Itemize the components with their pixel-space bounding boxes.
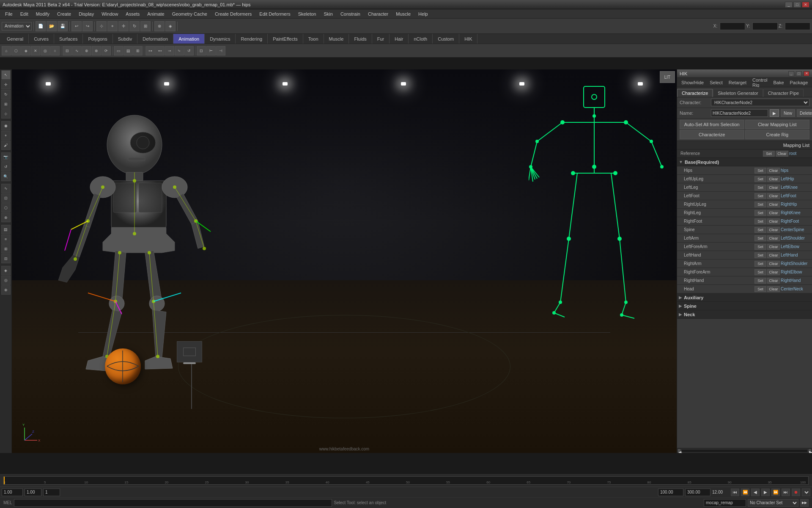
right-fore-arm-clear-btn[interactable]: Clear bbox=[767, 269, 780, 275]
lasso-tool[interactable]: ⌖ bbox=[1, 131, 11, 140]
tab-curves[interactable]: Curves bbox=[29, 34, 54, 44]
auto-set-all-btn[interactable]: Auto-Set All from Selection bbox=[680, 120, 744, 129]
menu-window[interactable]: Window bbox=[98, 11, 121, 17]
node-editor[interactable]: ⊕ bbox=[1, 285, 11, 295]
constraint-icon[interactable]: ⊡ bbox=[197, 46, 206, 55]
ghost-icon[interactable]: ◎ bbox=[41, 46, 50, 55]
dope-sheet-icon[interactable]: ⊟ bbox=[63, 46, 72, 55]
head-set-btn[interactable]: Set bbox=[754, 286, 766, 292]
menu-edit-def[interactable]: Edit Deformers bbox=[256, 11, 294, 17]
frame-input[interactable] bbox=[43, 489, 60, 496]
head-clear-btn[interactable]: Clear bbox=[767, 286, 780, 292]
delete-btn[interactable]: Delete bbox=[797, 109, 812, 117]
menu-create-def[interactable]: Create Deformers bbox=[211, 11, 255, 17]
hik-menu-bake[interactable]: Bake bbox=[771, 79, 786, 86]
corner-button[interactable]: LIT bbox=[660, 71, 675, 83]
select-btn[interactable]: ⊹ bbox=[96, 21, 107, 31]
retarget-icon[interactable]: ⊣ bbox=[216, 46, 225, 55]
create-rig-btn[interactable]: Create Rig bbox=[745, 130, 810, 139]
base-required-section[interactable]: ▼ Base(Required) bbox=[677, 158, 812, 166]
name-input[interactable] bbox=[711, 109, 768, 117]
key-all-icon[interactable]: ⬡ bbox=[11, 46, 21, 55]
move-tool[interactable]: ✛ bbox=[1, 80, 11, 89]
tab-surfaces[interactable]: Surfaces bbox=[54, 34, 83, 44]
motion-paths-icon[interactable]: ⟳ bbox=[102, 46, 111, 55]
next-key-btn[interactable]: ⏩ bbox=[771, 489, 780, 496]
spine-set-btn[interactable]: Set bbox=[754, 227, 766, 233]
tab-subdiv[interactable]: Subdiv bbox=[113, 34, 138, 44]
record-btn[interactable]: ⏺ bbox=[792, 489, 800, 496]
fk-icon[interactable]: ⊷ bbox=[155, 46, 165, 55]
right-fore-arm-set-btn[interactable]: Set bbox=[754, 269, 766, 275]
tab-custom[interactable]: Custom bbox=[433, 34, 459, 44]
left-foot-clear-btn[interactable]: Clear bbox=[767, 193, 780, 199]
tab-hair[interactable]: Hair bbox=[390, 34, 409, 44]
expression-editor-icon[interactable]: ⊗ bbox=[92, 46, 101, 55]
hik-bottom-scrollbar[interactable]: ◀ ▶ bbox=[677, 448, 812, 453]
x-input[interactable] bbox=[720, 22, 745, 30]
step-forward-btn[interactable]: ▶ bbox=[761, 489, 770, 496]
characterize-btn[interactable]: Characterize bbox=[680, 130, 744, 139]
breakdown-icon[interactable]: ◈ bbox=[21, 46, 30, 55]
timeline-track[interactable]: 1 5 10 15 20 25 30 35 40 45 50 55 60 65 … bbox=[3, 476, 809, 485]
go-end-btn[interactable]: ⏭ bbox=[782, 489, 790, 496]
keyframe-icon[interactable]: ⌂ bbox=[2, 46, 11, 55]
new-btn[interactable]: New bbox=[781, 109, 795, 117]
blend-shapes-icon[interactable]: ⊕ bbox=[82, 46, 91, 55]
menu-constrain[interactable]: Constrain bbox=[337, 11, 364, 17]
tab-fluids[interactable]: Fluids bbox=[349, 34, 372, 44]
drive-key-icon[interactable]: ⊸ bbox=[165, 46, 174, 55]
range-end-input[interactable] bbox=[658, 489, 683, 496]
right-up-leg-clear-btn[interactable]: Clear bbox=[767, 202, 780, 207]
tab-rendering[interactable]: Rendering bbox=[236, 34, 268, 44]
layer-editor[interactable]: ▤ bbox=[1, 225, 11, 234]
curve-tool[interactable]: ∿ bbox=[1, 184, 11, 193]
animation-mode-dropdown[interactable]: Animation bbox=[2, 22, 32, 30]
hypershade[interactable]: ◎ bbox=[1, 276, 11, 285]
delete-key-icon[interactable]: ✕ bbox=[31, 46, 40, 55]
scale-btn[interactable]: ⊞ bbox=[140, 21, 151, 31]
menu-modify[interactable]: Modify bbox=[33, 11, 53, 17]
paint-weights[interactable]: 🖌 bbox=[1, 141, 11, 150]
current-frame-display[interactable] bbox=[25, 489, 41, 496]
history-btn[interactable]: ⊗ bbox=[154, 21, 165, 31]
left-arm-set-btn[interactable]: Set bbox=[754, 235, 766, 241]
scroll-left-btn[interactable]: ◀ bbox=[678, 449, 680, 453]
save-scene-btn[interactable]: 💾 bbox=[58, 21, 68, 31]
universal-tool[interactable]: ⊹ bbox=[1, 109, 11, 119]
tab-fur[interactable]: Fur bbox=[372, 34, 390, 44]
right-arm-set-btn[interactable]: Set bbox=[754, 261, 766, 267]
sculpt-tool[interactable]: ⊗ bbox=[1, 213, 11, 222]
loop-dropdown[interactable]: ↺ bbox=[802, 489, 810, 496]
hik-menu-showhide[interactable]: Show/Hide bbox=[679, 79, 706, 86]
left-hand-clear-btn[interactable]: Clear bbox=[767, 252, 780, 258]
orbit-tool[interactable]: ↺ bbox=[1, 162, 11, 171]
character-dropdown[interactable]: HIKCharacterNode2 bbox=[711, 99, 809, 106]
go-start-btn[interactable]: ⏮ bbox=[731, 489, 739, 496]
right-up-leg-set-btn[interactable]: Set bbox=[754, 202, 766, 207]
soft-select[interactable]: ◉ bbox=[1, 121, 11, 130]
zoom-tool[interactable]: 🔍 bbox=[1, 172, 11, 181]
arrow-btn[interactable]: ▶ bbox=[770, 109, 779, 117]
render-view[interactable]: ◈ bbox=[1, 266, 11, 275]
hips-clear-btn[interactable]: Clear bbox=[767, 168, 780, 174]
command-input[interactable] bbox=[14, 499, 332, 507]
left-up-leg-clear-btn[interactable]: Clear bbox=[767, 176, 780, 182]
menu-file[interactable]: File bbox=[2, 11, 16, 17]
surface-tool[interactable]: ⊡ bbox=[1, 193, 11, 203]
menu-character[interactable]: Character bbox=[365, 11, 392, 17]
unghost-icon[interactable]: ○ bbox=[50, 46, 60, 55]
clear-mapping-list-btn[interactable]: Clear Mapping List bbox=[745, 120, 810, 129]
menu-display[interactable]: Display bbox=[75, 11, 97, 17]
hips-set-btn[interactable]: Set bbox=[754, 168, 766, 174]
undo-btn[interactable]: ↩ bbox=[71, 21, 82, 31]
mapping-scroll[interactable]: ▼ Base(Required) Hips Set Clear hips Lef… bbox=[677, 158, 812, 448]
menu-skeleton[interactable]: Skeleton bbox=[295, 11, 320, 17]
channel-box[interactable]: ≡ bbox=[1, 235, 11, 244]
new-scene-btn[interactable]: 📄 bbox=[36, 21, 46, 31]
menu-muscle[interactable]: Muscle bbox=[392, 11, 414, 17]
auxiliary-section[interactable]: ▶ Auxiliary bbox=[677, 293, 812, 302]
left-fore-arm-set-btn[interactable]: Set bbox=[754, 244, 766, 250]
path-anim-icon[interactable]: ⤷ bbox=[175, 46, 184, 55]
hik-minimize-btn[interactable]: _ bbox=[788, 71, 794, 76]
